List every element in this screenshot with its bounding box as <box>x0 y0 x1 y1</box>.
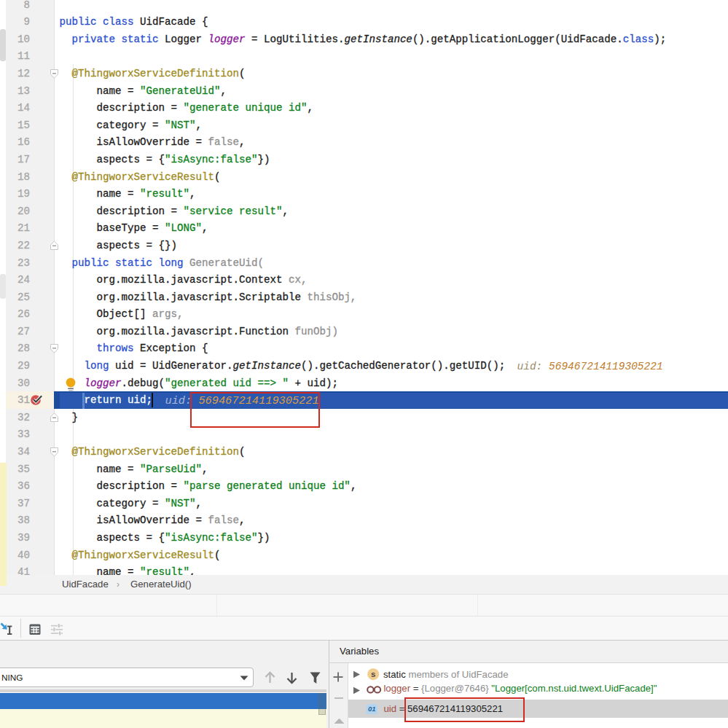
svg-text:01: 01 <box>368 705 376 713</box>
svg-text:s: s <box>371 670 375 678</box>
